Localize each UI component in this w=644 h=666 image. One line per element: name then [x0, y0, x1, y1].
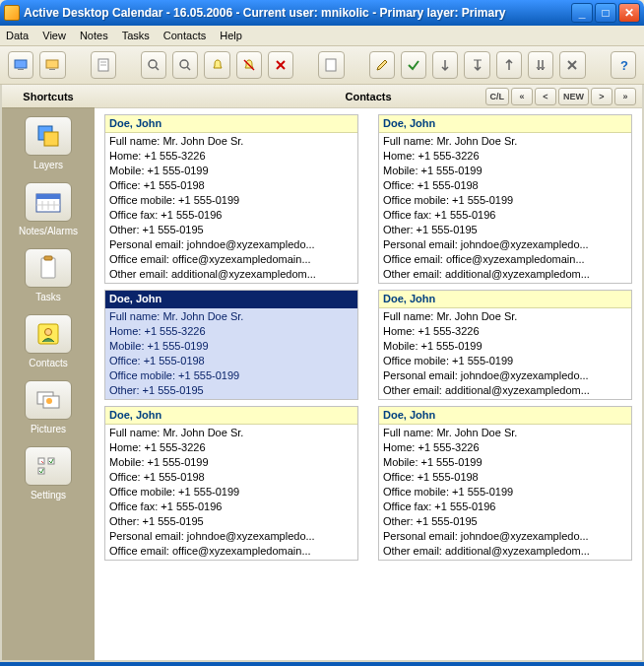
contact-card[interactable]: Doe, JohnFull name: Mr. John Doe Sr.Home…: [104, 406, 358, 561]
sidebar-item-label: Layers: [33, 160, 63, 170]
svg-point-7: [149, 60, 157, 68]
contact-field: Other email: additional@xyzexampledom...: [383, 383, 627, 398]
contact-details: Full name: Mr. John Doe Sr.Home: +1 555-…: [105, 133, 357, 283]
contact-card[interactable]: Doe, JohnFull name: Mr. John Doe Sr.Home…: [378, 290, 632, 400]
nav-first-button[interactable]: «: [511, 88, 533, 105]
toolbar-btn-search-1[interactable]: [141, 51, 166, 79]
contact-name: Doe, John: [379, 291, 631, 308]
contact-field: Office email: office@xyzexampledomain...: [383, 252, 627, 267]
contact-field: Office email: office@xyzexampledomain...: [109, 544, 354, 559]
svg-rect-1: [18, 69, 24, 70]
sidebar-item-pictures[interactable]: Pictures: [2, 372, 95, 438]
contact-field: Other: +1 555-0195: [109, 223, 354, 237]
contact-field: Personal email: johndoe@xyzexampledo...: [383, 529, 627, 544]
contact-field: Office email: office@xyzexampledomain...: [109, 252, 354, 267]
menu-contacts[interactable]: Contacts: [163, 30, 206, 41]
layers-icon: [25, 116, 72, 156]
svg-rect-27: [41, 258, 55, 278]
sidebar-item-contacts[interactable]: Contacts: [2, 306, 95, 372]
svg-text:?: ?: [620, 58, 628, 73]
contact-name: Doe, John: [379, 115, 631, 133]
close-button[interactable]: ✕: [618, 3, 640, 23]
contact-details: Full name: Mr. John Doe Sr.Home: +1 555-…: [379, 308, 631, 399]
contact-field: Mobile: +1 555-0199: [383, 455, 627, 470]
contact-field: Office fax: +1 555-0196: [109, 208, 354, 223]
toolbar-btn-bell-x[interactable]: [236, 51, 262, 79]
toolbar-btn-pri-4[interactable]: [528, 51, 553, 79]
sidebar-item-notes-alarms[interactable]: Notes/Alarms: [2, 174, 95, 240]
contact-field: Office fax: +1 555-0196: [383, 208, 627, 223]
sidebar-item-layers[interactable]: Layers: [2, 108, 95, 174]
contact-field: Office fax: +1 555-0196: [383, 500, 627, 514]
nav-last-button[interactable]: »: [614, 88, 636, 105]
sidebar-item-label: Notes/Alarms: [19, 226, 78, 236]
contact-field: Personal email: johndoe@xyzexampledo...: [109, 237, 354, 252]
contact-details: Full name: Mr. John Doe Sr.Home: +1 555-…: [105, 425, 357, 560]
contact-field: Office: +1 555-0198: [109, 470, 354, 485]
settings-icon: [25, 446, 72, 486]
main-panel: Contacts C/L « < NEW > » Doe, JohnFull n…: [95, 85, 642, 660]
contact-field: Office mobile: +1 555-0199: [109, 368, 354, 383]
contact-field: Office mobile: +1 555-0199: [383, 354, 627, 368]
pictures-icon: [25, 380, 72, 420]
svg-point-30: [45, 329, 52, 336]
page-title: Contacts: [345, 91, 391, 102]
toolbar-btn-delete[interactable]: [268, 51, 293, 79]
contact-field: Office: +1 555-0198: [109, 354, 354, 368]
menu-data[interactable]: Data: [6, 30, 29, 41]
title-bar[interactable]: Active Desktop Calendar - 16.05.2006 - C…: [0, 0, 644, 26]
contact-details: Full name: Mr. John Doe Sr.Home: +1 555-…: [379, 133, 631, 283]
minimize-button[interactable]: _: [571, 3, 593, 23]
main-header: Contacts C/L « < NEW > »: [95, 85, 642, 108]
menu-tasks[interactable]: Tasks: [122, 30, 150, 41]
contact-field: Home: +1 555-3226: [383, 324, 627, 339]
contact-field: Home: +1 555-3226: [109, 324, 354, 339]
maximize-button[interactable]: □: [595, 3, 616, 23]
toolbar-btn-alarm[interactable]: [39, 51, 65, 79]
nav-prev-button[interactable]: <: [535, 88, 556, 105]
contact-field: Home: +1 555-3226: [383, 440, 627, 455]
contact-card[interactable]: Doe, JohnFull name: Mr. John Doe Sr.Home…: [378, 114, 632, 284]
toolbar-btn-pri-1[interactable]: [432, 51, 458, 79]
contact-field: Other email: additional@xyzexampledom...: [109, 267, 354, 282]
toolbar-btn-delete-2[interactable]: [559, 51, 585, 79]
contact-field: Personal email: johndoe@xyzexampledo...: [383, 237, 627, 252]
toolbar-btn-new-note[interactable]: [91, 51, 116, 79]
contact-field: Mobile: +1 555-0199: [383, 339, 627, 354]
contact-field: Office: +1 555-0198: [383, 178, 627, 193]
toolbar-btn-help[interactable]: ?: [611, 51, 636, 79]
toolbar-btn-edit[interactable]: [369, 51, 395, 79]
sidebar-item-settings[interactable]: Settings: [2, 438, 95, 504]
toolbar-btn-check[interactable]: [401, 51, 426, 79]
menu-help[interactable]: Help: [220, 30, 242, 41]
contact-card[interactable]: Doe, JohnFull name: Mr. John Doe Sr.Home…: [104, 114, 358, 284]
contact-field: Home: +1 555-3226: [109, 149, 354, 164]
menu-notes[interactable]: Notes: [80, 30, 108, 41]
toolbar-btn-desktop[interactable]: [8, 51, 33, 79]
toolbar-btn-pri-3[interactable]: [496, 51, 522, 79]
svg-rect-28: [44, 256, 52, 260]
contacts-grid: Doe, JohnFull name: Mr. John Doe Sr.Home…: [95, 108, 642, 660]
sidebar-item-label: Tasks: [35, 292, 61, 302]
clipboard-icon: [25, 248, 72, 288]
toolbar-btn-new-layer[interactable]: [318, 51, 344, 79]
contact-name: Doe, John: [105, 291, 357, 308]
toolbar-btn-bell[interactable]: [204, 51, 229, 79]
shortcuts-sidebar: Shortcuts Layers Notes/Alarms Tasks Cont…: [2, 85, 95, 660]
toolbar-btn-search-2[interactable]: [172, 51, 198, 79]
menu-view[interactable]: View: [42, 30, 66, 41]
nav-new-button[interactable]: NEW: [558, 88, 589, 105]
sidebar-item-tasks[interactable]: Tasks: [2, 240, 95, 306]
nav-next-button[interactable]: >: [591, 88, 612, 105]
nav-cl-button[interactable]: C/L: [485, 88, 510, 105]
svg-rect-3: [49, 69, 55, 70]
sidebar-item-label: Pictures: [31, 424, 66, 434]
contact-field: Other: +1 555-0195: [109, 514, 354, 529]
contact-card[interactable]: Doe, JohnFull name: Mr. John Doe Sr.Home…: [104, 290, 358, 400]
contact-field: Office: +1 555-0198: [383, 470, 627, 485]
contact-card[interactable]: Doe, JohnFull name: Mr. John Doe Sr.Home…: [378, 406, 632, 561]
toolbar-btn-pri-2[interactable]: [464, 51, 489, 79]
sidebar-item-label: Settings: [31, 490, 66, 500]
contacts-icon: [25, 314, 72, 354]
svg-rect-20: [44, 132, 58, 146]
